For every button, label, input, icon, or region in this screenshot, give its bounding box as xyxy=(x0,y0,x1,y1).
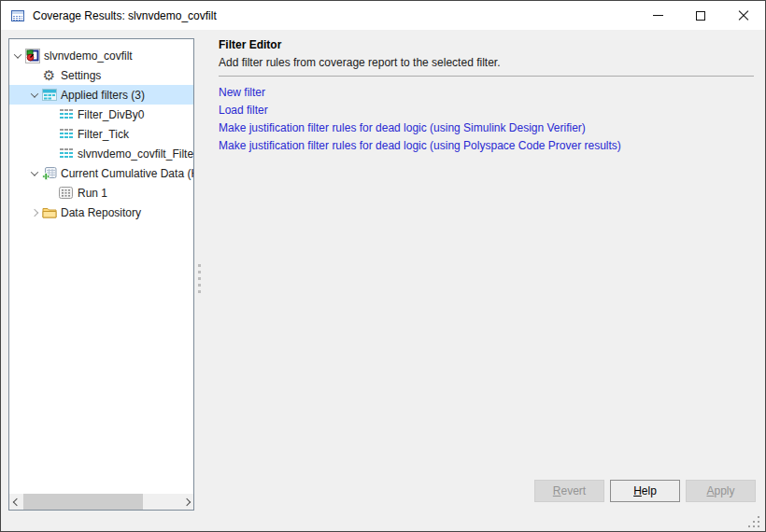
tree-item-label: Run 1 xyxy=(78,187,107,200)
make-justification-sldv-link[interactable]: Make justification filter rules for dead… xyxy=(219,119,621,137)
chevron-empty xyxy=(45,187,58,200)
filter-icon xyxy=(58,147,74,161)
tree-item-label: slvnvdemo_covfilt xyxy=(44,49,133,63)
filter-icon xyxy=(58,107,74,122)
chevron-down-icon[interactable] xyxy=(11,49,24,63)
maximize-icon xyxy=(696,11,705,21)
page-title: Filter Editor xyxy=(219,38,281,51)
coverage-table-icon xyxy=(10,8,25,23)
simulink-model-icon xyxy=(24,49,40,63)
scroll-left-icon xyxy=(12,497,20,505)
chevron-down-icon[interactable] xyxy=(28,167,41,180)
separator xyxy=(219,76,754,77)
minimize-button[interactable] xyxy=(636,1,679,30)
gear-icon: ⚙ xyxy=(41,68,57,83)
tree-item-label: Filter_Tick xyxy=(78,128,129,141)
chevron-empty xyxy=(28,69,41,82)
results-tree: slvnvdemo_covfilt ⚙ Settings xyxy=(9,46,193,222)
close-button[interactable] xyxy=(722,1,765,30)
coverage-results-window: Coverage Results: slvnvdemo_covfilt xyxy=(0,0,766,532)
chevron-down-icon[interactable] xyxy=(28,89,41,102)
minimize-icon xyxy=(653,15,663,16)
chevron-empty xyxy=(45,147,58,161)
tree-item-filter-divby0[interactable]: Filter_DivBy0 xyxy=(9,105,193,124)
tree-item-label: Data Repository xyxy=(61,206,141,219)
new-filter-link[interactable]: New filter xyxy=(219,84,621,102)
cumulative-data-icon xyxy=(41,166,57,181)
chevron-empty xyxy=(45,128,58,141)
applied-filters-icon xyxy=(41,88,57,103)
sidebar-splitter[interactable] xyxy=(195,260,203,301)
filter-actions: New filter Load filter Make justificatio… xyxy=(219,84,621,155)
tree-item-filter-tick[interactable]: Filter_Tick xyxy=(9,124,193,144)
horizontal-scrollbar[interactable] xyxy=(9,494,193,510)
run-icon xyxy=(58,186,74,201)
make-justification-polyspace-link[interactable]: Make justification filter rules for dead… xyxy=(219,137,621,155)
tree-item-run-1[interactable]: Run 1 xyxy=(9,183,193,203)
scroll-right-button[interactable] xyxy=(179,494,193,510)
scrollbar-thumb[interactable] xyxy=(23,494,143,510)
tree-item-slvnvdemo-covfilt-filter[interactable]: slvnvdemo_covfilt_Filter xyxy=(9,144,193,163)
load-filter-link[interactable]: Load filter xyxy=(219,102,621,119)
help-button[interactable]: Help xyxy=(610,480,680,502)
tree-item-label: Settings xyxy=(61,69,101,82)
tree-item-data-repository[interactable]: Data Repository xyxy=(9,203,193,222)
apply-button[interactable]: Apply xyxy=(686,480,756,502)
tree-item-label: Filter_DivBy0 xyxy=(78,108,144,121)
tree-item-slvnvdemo-covfilt[interactable]: slvnvdemo_covfilt xyxy=(9,46,193,65)
tree-item-applied-filters[interactable]: Applied filters (3) xyxy=(9,85,193,105)
tree-item-label: Current Cumulative Data (H) xyxy=(61,167,193,180)
tree-item-current-cumulative-data[interactable]: Current Cumulative Data (H) xyxy=(9,163,193,183)
titlebar: Coverage Results: slvnvdemo_covfilt xyxy=(1,1,765,30)
close-icon xyxy=(738,10,749,21)
tree-item-label: slvnvdemo_covfilt_Filter xyxy=(78,147,193,161)
scroll-right-icon xyxy=(182,497,190,505)
tree-item-settings[interactable]: ⚙ Settings xyxy=(9,65,193,85)
chevron-empty xyxy=(45,108,58,121)
revert-button[interactable]: Revert xyxy=(534,480,604,502)
tree-item-label: Applied filters (3) xyxy=(61,89,145,102)
chevron-right-icon[interactable] xyxy=(28,206,41,219)
maximize-button[interactable] xyxy=(679,1,722,30)
resize-grip-icon[interactable] xyxy=(744,513,760,528)
filter-editor-description: Add filter rules from coverage report to… xyxy=(219,56,500,69)
window-title: Coverage Results: slvnvdemo_covfilt xyxy=(33,9,217,22)
scroll-left-button[interactable] xyxy=(9,494,23,510)
results-tree-panel: slvnvdemo_covfilt ⚙ Settings xyxy=(8,38,194,511)
filter-icon xyxy=(58,127,74,142)
folder-icon xyxy=(41,205,57,220)
